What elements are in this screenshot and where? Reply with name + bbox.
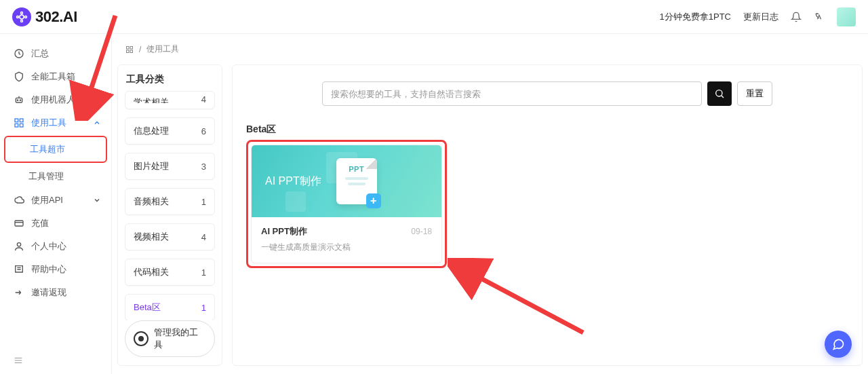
svg-point-0 bbox=[20, 15, 24, 19]
svg-rect-9 bbox=[15, 119, 18, 122]
sidebar-label: 全能工具箱 bbox=[31, 71, 75, 83]
category-scroll[interactable]: 学术相关 4 信息处理 6 图片处理 3 音频相关 1 bbox=[125, 91, 215, 320]
search-row: 重置 bbox=[246, 71, 848, 124]
card-hero: AI PPT制作 PPT + bbox=[252, 145, 441, 217]
card-date: 09-18 bbox=[411, 227, 432, 236]
sidebar-item-summary[interactable]: 汇总 bbox=[0, 42, 111, 65]
category-panel: 工具分类 学术相关 4 信息处理 6 图片处理 3 音频相关 bbox=[117, 64, 222, 366]
category-item[interactable]: 图片处理 3 bbox=[125, 153, 215, 180]
category-item-active[interactable]: Beta区 1 bbox=[125, 294, 215, 320]
svg-rect-15 bbox=[127, 46, 130, 49]
svg-point-1 bbox=[21, 12, 23, 14]
svg-rect-18 bbox=[130, 50, 133, 53]
ppt-label: PPT bbox=[349, 165, 364, 173]
svg-rect-16 bbox=[130, 46, 133, 49]
main-content: / 使用工具 工具分类 学术相关 4 信息处理 6 图片处理 bbox=[112, 34, 868, 374]
logo-icon bbox=[12, 7, 31, 26]
sidebar-item-recharge[interactable]: 充值 bbox=[0, 212, 111, 235]
category-label: 信息处理 bbox=[134, 125, 169, 137]
category-item[interactable]: 音频相关 1 bbox=[125, 188, 215, 215]
svg-point-3 bbox=[17, 16, 19, 18]
sidebar-label: 邀请返现 bbox=[31, 286, 66, 299]
card-body: AI PPT制作 09-18 一键生成高质量演示文稿 bbox=[252, 217, 441, 263]
category-count: 6 bbox=[201, 126, 206, 136]
category-title: 工具分类 bbox=[126, 73, 214, 86]
sidebar-label: 帮助中心 bbox=[31, 263, 66, 276]
category-count: 4 bbox=[201, 232, 206, 242]
breadcrumb: / 使用工具 bbox=[112, 34, 868, 64]
category-count: 1 bbox=[201, 267, 206, 278]
breadcrumb-current: 使用工具 bbox=[146, 43, 179, 55]
sidebar-item-api[interactable]: 使用API bbox=[0, 189, 111, 212]
category-item[interactable]: 视频相关 4 bbox=[125, 223, 215, 250]
search-icon bbox=[714, 88, 725, 99]
svg-rect-11 bbox=[15, 124, 18, 127]
manage-label: 管理我的工具 bbox=[154, 326, 206, 351]
category-label: Beta区 bbox=[134, 301, 161, 314]
chevron-down-icon bbox=[94, 195, 100, 206]
chat-icon bbox=[831, 337, 845, 351]
svg-rect-10 bbox=[20, 119, 23, 122]
sidebar-item-profile[interactable]: 个人中心 bbox=[0, 235, 111, 258]
reset-button[interactable]: 重置 bbox=[737, 81, 772, 106]
hero-title: AI PPT制作 bbox=[265, 174, 321, 189]
category-count: 4 bbox=[201, 94, 206, 105]
category-count: 1 bbox=[201, 197, 206, 207]
sidebar-item-tools[interactable]: 使用工具 bbox=[0, 111, 111, 134]
tool-card[interactable]: AI PPT制作 PPT + AI PPT制作 09-18 bbox=[251, 145, 442, 263]
category-label: 视频相关 bbox=[134, 231, 169, 243]
sidebar: 汇总 全能工具箱 使用机器人 使用工具 工具超市 工具管理 使用API 充值 个 bbox=[0, 34, 112, 374]
tool-listing: 重置 Beta区 AI PPT制作 PPT + bbox=[232, 64, 863, 366]
ppt-file-icon: PPT + bbox=[336, 158, 377, 204]
sidebar-collapse-icon[interactable] bbox=[14, 356, 23, 367]
category-count: 1 bbox=[201, 303, 206, 313]
tool-card-highlighted: AI PPT制作 PPT + AI PPT制作 09-18 bbox=[246, 140, 447, 268]
search-input[interactable] bbox=[322, 81, 702, 106]
category-count: 3 bbox=[201, 162, 206, 172]
sidebar-item-robots[interactable]: 使用机器人 bbox=[0, 88, 111, 111]
search-button[interactable] bbox=[707, 81, 732, 106]
category-item[interactable]: 学术相关 4 bbox=[125, 91, 215, 109]
sidebar-label: 使用机器人 bbox=[31, 94, 75, 106]
translate-icon[interactable] bbox=[814, 12, 825, 22]
plus-icon: + bbox=[366, 193, 381, 208]
category-label: 图片处理 bbox=[134, 160, 169, 172]
svg-point-4 bbox=[25, 16, 27, 18]
svg-point-2 bbox=[21, 20, 23, 22]
sidebar-sub-tool-manage[interactable]: 工具管理 bbox=[0, 164, 111, 189]
category-item[interactable]: 代码相关 1 bbox=[125, 259, 215, 286]
category-item[interactable]: 信息处理 6 bbox=[125, 117, 215, 145]
chevron-up-icon bbox=[94, 118, 100, 128]
sidebar-item-help[interactable]: 帮助中心 bbox=[0, 258, 111, 281]
logo[interactable]: 302.AI bbox=[12, 7, 77, 26]
svg-point-19 bbox=[716, 90, 722, 96]
sidebar-label: 个人中心 bbox=[31, 240, 66, 253]
sidebar-label: 使用API bbox=[31, 194, 63, 206]
top-header: 302.AI 1分钟免费拿1PTC 更新日志 bbox=[0, 0, 868, 34]
sidebar-sub-tool-market[interactable]: 工具超市 bbox=[4, 136, 107, 163]
category-label: 音频相关 bbox=[134, 195, 169, 208]
sidebar-item-referral[interactable]: 邀请返现 bbox=[0, 281, 111, 304]
bell-icon[interactable] bbox=[791, 12, 802, 22]
svg-rect-13 bbox=[15, 221, 23, 226]
changelog-link[interactable]: 更新日志 bbox=[743, 11, 778, 23]
logo-text: 302.AI bbox=[35, 8, 77, 26]
svg-rect-17 bbox=[127, 50, 130, 53]
sidebar-label: 汇总 bbox=[31, 48, 49, 60]
sidebar-label: 使用工具 bbox=[31, 117, 66, 129]
promo-link[interactable]: 1分钟免费拿1PTC bbox=[660, 11, 731, 23]
section-title: Beta区 bbox=[246, 124, 848, 136]
card-description: 一键生成高质量演示文稿 bbox=[261, 242, 432, 253]
category-label: 学术相关 bbox=[134, 96, 169, 103]
manage-my-tools-button[interactable]: 管理我的工具 bbox=[125, 320, 215, 357]
chat-fab[interactable] bbox=[825, 331, 852, 358]
sidebar-label: 充值 bbox=[31, 217, 49, 229]
svg-point-14 bbox=[17, 243, 20, 246]
svg-point-7 bbox=[17, 100, 18, 100]
svg-rect-12 bbox=[20, 124, 23, 127]
user-icon bbox=[134, 331, 149, 346]
breadcrumb-sep: / bbox=[139, 45, 141, 54]
sidebar-item-toolbox[interactable]: 全能工具箱 bbox=[0, 65, 111, 88]
avatar[interactable] bbox=[837, 7, 856, 26]
card-title: AI PPT制作 bbox=[261, 225, 307, 238]
